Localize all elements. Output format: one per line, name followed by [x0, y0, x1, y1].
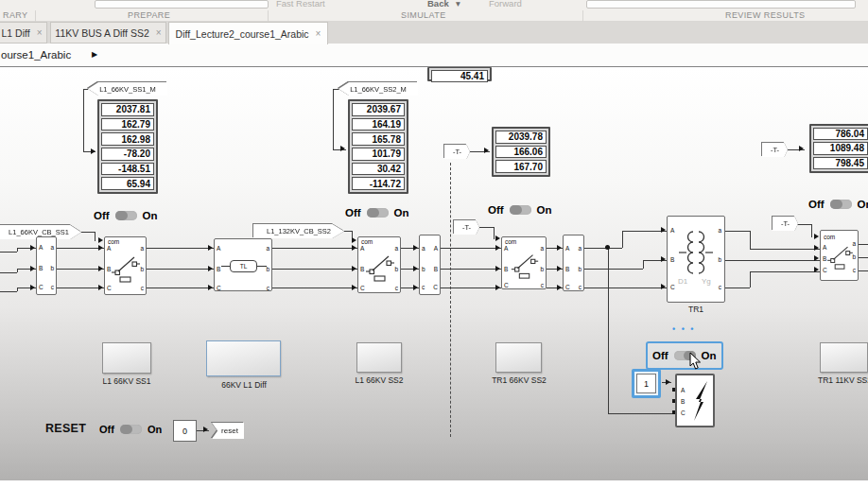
ribbon-toolbar: Fast Restart Back ▾ Forward: [0, 0, 868, 9]
port-label: a: [50, 245, 54, 252]
toggle-breaker-ss1[interactable]: Off On: [94, 210, 158, 221]
display-value: 165.78: [352, 132, 405, 146]
display-value: 162.79: [101, 118, 154, 131]
subsystem-l1-66kv-ss1[interactable]: [102, 342, 151, 374]
three-phase-vi-measurement-3[interactable]: Aa Bb Cc: [563, 235, 584, 291]
close-icon[interactable]: ×: [316, 28, 321, 39]
three-phase-vi-measurement-2[interactable]: aA bB cC: [419, 235, 441, 295]
from-tag-t[interactable]: -T-: [444, 145, 470, 159]
subsystem-tr1-11kv-ss2[interactable]: [820, 342, 868, 373]
subsystem-tr1-66kv-ss2[interactable]: [495, 342, 542, 373]
mouse-cursor: [689, 352, 702, 370]
toggle-breaker-right[interactable]: Off On: [808, 199, 868, 210]
goto-tag-l1-132kv-cb-ss2[interactable]: L1_132KV_CB_SS2: [253, 224, 344, 238]
toggle-reset[interactable]: Off On: [99, 424, 162, 435]
back-caret-icon[interactable]: ▾: [456, 0, 460, 9]
from-tag-t[interactable]: -T-: [773, 217, 798, 231]
display-l1-66kv-ss2[interactable]: 2039.67 164.19 165.78 101.79 30.42 -114.…: [348, 99, 408, 194]
constant-zero-block[interactable]: 0: [173, 420, 197, 442]
wire: [859, 244, 868, 245]
subsystem-l1-66kv-ss2[interactable]: [356, 342, 402, 373]
toggle-on-label: On: [148, 424, 162, 435]
goto-tag-l1-66kv-ss2-m[interactable]: L1_66KV_SS2_M: [339, 82, 418, 96]
toggle-switch[interactable]: [120, 425, 142, 434]
from-tag-t[interactable]: -T-: [454, 220, 479, 235]
toggle-on-label: On: [702, 350, 717, 361]
breadcrumb-arrow-icon: ▶: [92, 50, 97, 59]
wire: [272, 288, 357, 288]
toggle-breaker-mid[interactable]: Off On: [488, 204, 552, 216]
port-arrow-icon: [814, 267, 819, 272]
wire: [333, 89, 334, 149]
constant-value: 0: [182, 427, 187, 436]
wire: [0, 291, 17, 292]
toggle-switch[interactable]: [367, 208, 389, 218]
port-arrow-icon: [203, 427, 208, 432]
tab-l1-diff[interactable]: L1 Diff ×: [0, 22, 47, 44]
port-arrow-icon: [814, 234, 819, 239]
display-value: 798.45: [813, 157, 868, 169]
display-right[interactable]: 786.04 1089.48 798.45: [809, 124, 868, 173]
wire: [725, 260, 820, 261]
tl-element: TL: [230, 260, 257, 272]
display-mid[interactable]: 2039.78 166.06 167.70: [492, 127, 550, 177]
transmission-line-block[interactable]: Aa Bb Cc TL: [214, 238, 272, 291]
three-phase-fault-block[interactable]: A B C: [675, 374, 715, 427]
wire: [584, 248, 622, 249]
circuit-breaker-mid[interactable]: com Aa Bb Cc: [501, 236, 547, 289]
circuit-breaker-ss2[interactable]: com Aa Bb Cc: [357, 236, 401, 293]
toggle-switch[interactable]: [115, 211, 137, 220]
port-arrow-icon: [557, 285, 562, 290]
fast-restart-button[interactable]: Fast Restart: [276, 0, 325, 9]
from-tag-t[interactable]: -T-: [762, 143, 788, 157]
toggle-fault[interactable]: Off On: [652, 350, 717, 361]
close-icon[interactable]: ×: [37, 27, 43, 38]
display-partial[interactable]: 45.41: [427, 67, 492, 81]
breadcrumb[interactable]: ourse1_Arabic: [1, 49, 71, 61]
tab-11kv-bus-a-diff-ss2[interactable]: 11KV BUS A Diff SS2 ×: [50, 22, 166, 44]
port-arrow-icon: [208, 285, 213, 290]
port-label: c: [853, 268, 856, 274]
circuit-breaker-ss1[interactable]: com Aa Bb Cc: [104, 236, 147, 295]
wire: [622, 231, 623, 248]
section-prepare: PREPARE: [128, 10, 170, 20]
dashed-separator-line: [450, 163, 451, 437]
goto-tag-reset[interactable]: reset: [212, 423, 244, 439]
breaker-switch-icon: [112, 250, 140, 284]
port-label: A: [434, 246, 438, 253]
wire: [750, 271, 820, 272]
toggle-switch[interactable]: [510, 205, 531, 215]
ribbon-field[interactable]: [586, 0, 856, 9]
wire: [79, 232, 95, 233]
port-arrow-icon: [495, 235, 500, 241]
ribbon-search-input[interactable]: [95, 0, 269, 9]
back-button[interactable]: Back: [427, 0, 449, 9]
constant-one-block[interactable]: 1: [632, 369, 661, 398]
tab-diff-lecture2-course1-arabic[interactable]: Diff_Lecture2_course1_Arabic ×: [168, 22, 328, 44]
display-value: 45.41: [431, 70, 488, 82]
port-arrow-icon: [352, 245, 356, 251]
display-l1-66kv-ss1[interactable]: 2037.81 162.79 162.98 -78.20 -148.51 65.…: [97, 99, 158, 194]
subsystem-66kv-l1-diff[interactable]: [206, 340, 281, 376]
toggle-breaker-ss2[interactable]: Off On: [345, 207, 409, 218]
port-label: A: [217, 246, 220, 253]
toggle-switch[interactable]: [830, 200, 852, 209]
display-value: 164.19: [352, 118, 405, 131]
breaker-switch-icon: [511, 248, 539, 280]
goto-tag-l1-66kv-ss1-m[interactable]: L1_66KV_SS1_M: [88, 82, 167, 96]
display-value: 65.94: [101, 177, 154, 190]
breaker-switch-icon: [827, 240, 853, 270]
close-icon[interactable]: ×: [156, 27, 162, 38]
toggle-on-label: On: [394, 207, 409, 218]
transformer-tr1[interactable]: Aa Bb Cc D1 Yg: [667, 216, 725, 303]
tag-label: -T-: [444, 145, 470, 159]
wire: [859, 270, 868, 271]
port-arrow-icon: [661, 227, 666, 233]
port-arrow-icon: [661, 284, 666, 289]
three-phase-vi-measurement-1[interactable]: Aa Bb Cc: [36, 236, 57, 295]
circuit-breaker-right[interactable]: com Aa Bb Cc: [820, 230, 859, 281]
port-arrow-icon: [340, 146, 345, 151]
forward-button[interactable]: Forward: [489, 0, 522, 9]
port-arrow-icon: [30, 245, 35, 251]
breadcrumb-bar: ourse1_Arabic ▶: [0, 44, 868, 67]
